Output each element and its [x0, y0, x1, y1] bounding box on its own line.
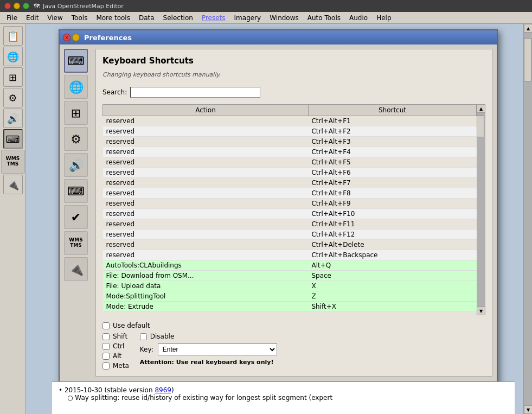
table-row[interactable]: AutoTools:CLAbuildingsAlt+Q — [103, 260, 477, 271]
shortcut-cell: Ctrl+Alt+F6 — [308, 168, 476, 178]
toolbar-btn-1[interactable]: 📋 — [3, 26, 23, 46]
table-row[interactable]: reservedCtrl+Alt+F2 — [103, 126, 477, 137]
dlg-icon-plugin[interactable]: 🔌 — [64, 257, 88, 281]
revision-link[interactable]: 8969 — [155, 386, 171, 394]
disable-label: Disable — [150, 333, 175, 340]
window-min-btn[interactable] — [14, 3, 20, 9]
use-default-checkbox[interactable] — [102, 322, 110, 329]
ctrl-label: Ctrl — [113, 342, 124, 350]
menu-more-tools[interactable]: More tools — [92, 13, 134, 23]
table-row[interactable]: Mode: ExtrudeShift+X — [103, 302, 477, 312]
window-controls[interactable] — [4, 3, 29, 9]
dialog-title-bar: ✕ Preferences — [60, 30, 497, 44]
search-input[interactable] — [130, 87, 260, 98]
menu-data[interactable]: Data — [134, 13, 159, 23]
menu-view[interactable]: View — [43, 13, 67, 23]
disable-checkbox[interactable] — [140, 333, 147, 340]
action-cell: File: Download from OSM... — [103, 271, 309, 281]
table-row[interactable]: reservedCtrl+Alt+F12 — [103, 230, 477, 240]
action-cell: reserved — [103, 240, 309, 250]
menu-auto-tools[interactable]: Auto Tools — [303, 13, 345, 23]
table-scrollbar-thumb[interactable] — [477, 116, 484, 137]
toolbar-btn-plugin[interactable]: 🔌 — [3, 175, 23, 194]
menu-file[interactable]: File — [2, 13, 22, 23]
ctrl-row: Ctrl — [102, 342, 129, 350]
dlg-icon-shortcuts[interactable]: ⌨ — [64, 49, 88, 73]
dlg-icon-wms[interactable]: WMSTMS — [64, 231, 88, 255]
menu-audio[interactable]: Audio — [345, 13, 372, 23]
shift-checkbox[interactable] — [102, 333, 110, 340]
table-row[interactable]: reservedCtrl+Alt+F3 — [103, 137, 477, 147]
menu-presets[interactable]: Presets — [197, 13, 230, 23]
table-scrollbar-track[interactable] — [477, 113, 485, 307]
toolbar-btn-5[interactable]: 🔊 — [3, 109, 23, 128]
dialog-controls[interactable]: ✕ — [63, 34, 80, 41]
dlg-icon-audio[interactable]: 🔊 — [64, 153, 88, 177]
action-cell: reserved — [103, 250, 309, 260]
table-row[interactable]: reservedCtrl+Alt+F7 — [103, 178, 477, 188]
meta-checkbox[interactable] — [102, 362, 110, 370]
shortcut-cell: Ctrl+Alt+F7 — [308, 178, 476, 188]
dlg-icon-network[interactable]: 🌐 — [64, 75, 88, 99]
table-row[interactable]: reservedCtrl+Alt+F1 — [103, 116, 477, 126]
shortcuts-table-container: ▲ ▼ Action Shortcut — [102, 104, 485, 315]
table-row[interactable]: reservedCtrl+Alt+F9 — [103, 199, 477, 209]
toolbar-btn-4[interactable]: ⚙ — [3, 88, 23, 107]
menu-imagery[interactable]: Imagery — [230, 13, 266, 23]
action-cell: reserved — [103, 116, 309, 126]
dialog-left-panel: ⌨ 🌐 ⊞ ⚙ 🔊 ⌨ ✔ WMSTMS 🔌 — [64, 49, 91, 377]
table-row[interactable]: File: Upload dataX — [103, 281, 477, 291]
alt-checkbox[interactable] — [102, 353, 110, 360]
key-row: Key: Enter — [140, 343, 277, 355]
ctrl-checkbox[interactable] — [102, 343, 110, 350]
window-max-btn[interactable] — [23, 3, 29, 9]
table-scroll-up-btn[interactable]: ▲ — [477, 104, 485, 113]
table-row[interactable]: File: Download from OSM...Space — [103, 271, 477, 281]
action-cell: reserved — [103, 219, 309, 230]
menu-edit[interactable]: Edit — [22, 13, 43, 23]
toolbar-btn-2[interactable]: 🌐 — [3, 47, 23, 66]
window-close-btn[interactable] — [4, 3, 11, 9]
table-row[interactable]: reservedCtrl+Alt+F10 — [103, 209, 477, 219]
alt-label: Alt — [113, 352, 121, 360]
table-row[interactable]: reservedCtrl+Alt+F5 — [103, 157, 477, 168]
table-row[interactable]: reservedCtrl+Alt+F8 — [103, 188, 477, 199]
toolbar-btn-keyboard[interactable]: ⌨ — [3, 129, 23, 149]
window-title: Java OpenStreetMap Editor — [43, 3, 124, 10]
shortcut-cell: Ctrl+Alt+F8 — [308, 188, 476, 199]
key-dropdown[interactable]: Enter — [158, 343, 277, 355]
dlg-icon-check[interactable]: ✔ — [64, 205, 88, 229]
toolbar-btn-wms[interactable]: WMSTMS — [1, 150, 25, 174]
use-default-row: Use default — [102, 322, 485, 329]
scroll-thumb[interactable] — [524, 38, 531, 81]
dlg-icon-settings[interactable]: ⚙ — [64, 127, 88, 151]
dialog-close-btn[interactable]: ✕ — [63, 34, 70, 41]
table-row[interactable]: reservedCtrl+Alt+F11 — [103, 219, 477, 230]
table-row[interactable]: reservedCtrl+Alt+F6 — [103, 168, 477, 178]
key-label: Key: — [140, 346, 153, 353]
scroll-track[interactable] — [524, 33, 532, 405]
scroll-down-btn[interactable]: ▼ — [524, 405, 532, 414]
title-bar: 🗺 Java OpenStreetMap Editor — [0, 0, 532, 12]
menu-tools[interactable]: Tools — [67, 13, 92, 23]
table-row[interactable]: reservedCtrl+Alt+F4 — [103, 147, 477, 157]
scroll-up-btn[interactable]: ▲ — [524, 24, 532, 33]
dlg-icon-grid[interactable]: ⊞ — [64, 101, 88, 125]
table-row[interactable]: reservedCtrl+Alt+Backspace — [103, 250, 477, 260]
menu-help[interactable]: Help — [372, 13, 395, 23]
menu-bar: File Edit View Tools More tools Data Sel… — [0, 12, 532, 24]
table-row[interactable]: Mode:SplittingToolZ — [103, 291, 477, 302]
dlg-icon-keyboard2[interactable]: ⌨ — [64, 179, 88, 203]
action-cell: File: Upload data — [103, 281, 309, 291]
alt-row: Alt — [102, 352, 129, 360]
menu-selection[interactable]: Selection — [159, 13, 197, 23]
modifiers-row: Shift Ctrl Alt — [102, 333, 485, 370]
meta-label: Meta — [113, 362, 129, 370]
left-toolbar: 📋 🌐 ⊞ ⚙ 🔊 ⌨ WMSTMS 🔌 — [0, 24, 26, 414]
menu-windows[interactable]: Windows — [265, 13, 303, 23]
table-scroll-down-btn[interactable]: ▼ — [477, 307, 485, 315]
shift-label: Shift — [113, 333, 127, 340]
toolbar-btn-3[interactable]: ⊞ — [3, 67, 23, 87]
dialog-min-btn[interactable] — [72, 34, 80, 41]
table-row[interactable]: reservedCtrl+Alt+Delete — [103, 240, 477, 250]
